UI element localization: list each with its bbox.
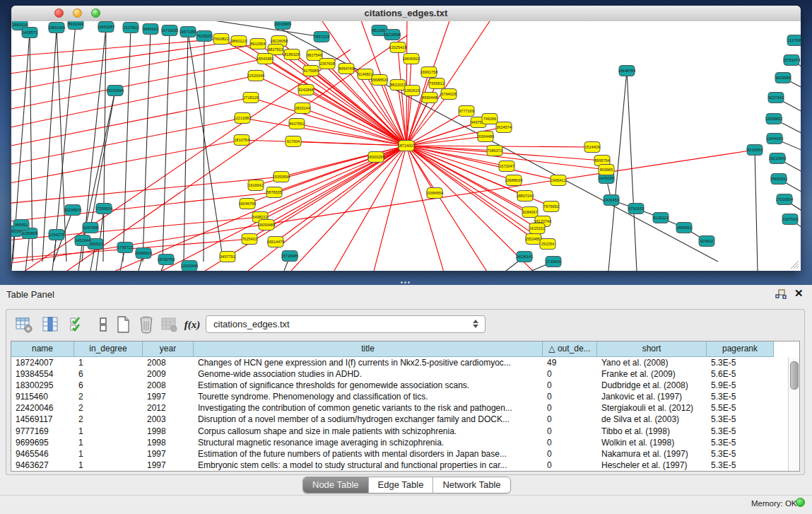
graph-node-7955812[interactable]: 7955812	[429, 78, 445, 89]
table-cell[interactable]: 5.3E-5	[707, 460, 774, 471]
graph-node-16543382[interactable]: 16543382	[257, 54, 273, 64]
table-cell[interactable]: Estimation of significance thresholds fo…	[194, 380, 543, 391]
column-header-short[interactable]: short	[597, 341, 707, 357]
table-cell[interactable]: 22420046	[11, 402, 74, 414]
tab-edge-table[interactable]: Edge Table	[369, 477, 434, 493]
table-cell[interactable]: 5.6E-5	[707, 368, 774, 380]
table-cell[interactable]: 0	[543, 437, 597, 448]
network-canvas[interactable]: 1883104140557220891406893104410653287152…	[11, 21, 801, 271]
table-settings-icon[interactable]	[15, 315, 33, 334]
column-header-title[interactable]: title	[194, 341, 543, 357]
table-cell[interactable]: 2008	[143, 380, 194, 391]
graph-node-12213383[interactable]: 12213383	[234, 113, 251, 124]
graph-node-8822037[interactable]: 8822037	[390, 80, 406, 90]
vertical-scrollbar[interactable]	[788, 357, 799, 471]
graph-node-9227343[interactable]: 9227343	[768, 93, 784, 103]
graph-node-6794028[interactable]: 6794028	[441, 89, 457, 100]
graph-node-16648784[interactable]: 16648784	[618, 66, 635, 76]
table-cell[interactable]: Wolkin et al. (1998)	[597, 437, 707, 448]
graph-node-1965412[interactable]: 1965412	[551, 175, 566, 186]
table-cell[interactable]: 9465546	[11, 448, 74, 460]
graph-node-1672047[interactable]: 1672047	[499, 161, 514, 172]
table-cell[interactable]: 1998	[143, 437, 194, 448]
graph-node-16961758[interactable]: 16961758	[420, 67, 437, 78]
panel-splitter-handle[interactable]	[401, 280, 411, 284]
graph-node-10653287[interactable]: 10653287	[98, 22, 114, 33]
graph-node-16782759[interactable]: 16782759	[158, 255, 175, 265]
table-cell[interactable]: 0	[543, 391, 597, 402]
table-cell[interactable]: Franke et al. (2009)	[597, 368, 707, 380]
table-cell[interactable]: 6	[74, 380, 143, 391]
table-cell[interactable]: Jankovic et al. (1997)	[597, 391, 707, 402]
scrollbar-thumb[interactable]	[790, 361, 799, 390]
graph-node-3624574[interactable]: 3624574	[496, 122, 512, 133]
graph-node-1294275[interactable]: 1294275	[49, 230, 64, 240]
table-cell[interactable]: 1997	[143, 391, 194, 402]
table-cell[interactable]: 5.3E-5	[707, 414, 774, 425]
column-header-out_de[interactable]: △ out_de...	[543, 341, 597, 357]
graph-node-1894551[interactable]: 1894551	[676, 223, 692, 233]
table-cell[interactable]: 5.3E-5	[707, 437, 774, 448]
table-cell[interactable]: 18300295	[11, 380, 74, 391]
graph-node-7615526[interactable]: 7615526	[196, 31, 212, 42]
table-cell[interactable]: 19384554	[11, 368, 74, 380]
table-cell[interactable]: 9699695	[11, 437, 74, 448]
resize-handle-icon[interactable]	[789, 259, 799, 269]
graph-node-8215953[interactable]: 8215953	[747, 145, 763, 156]
table-cell[interactable]: Genome-wide association studies in ADHD.	[194, 368, 543, 380]
graph-node-2367608[interactable]: 2367608	[319, 59, 335, 69]
table-type-tabs[interactable]: Node TableEdge TableNetwork Table	[302, 477, 511, 493]
table-row[interactable]: 977716911998Corpus callosum shape and si…	[11, 426, 799, 437]
graph-node-9329966[interactable]: 9329966	[775, 73, 791, 83]
table-cell[interactable]: 2009	[143, 368, 194, 380]
graph-node-1527602[interactable]: 1527602	[123, 23, 139, 33]
column-header-in_degree[interactable]: in_degree	[74, 341, 143, 357]
table-cell[interactable]: 5.3E-5	[707, 448, 774, 460]
network-window[interactable]: citations_edges.txt 18831041405572208914…	[11, 6, 801, 271]
graph-node-9777169[interactable]: 9777169	[459, 106, 474, 117]
graph-node-8427552[interactable]: 8427552	[289, 119, 305, 129]
graph-node-7975692[interactable]: 7975692	[543, 201, 559, 212]
table-cell[interactable]: Estimation of the future numbers of pati…	[194, 448, 543, 460]
graph-node-1795722[interactable]: 1795722	[117, 243, 133, 253]
graph-node-16093489[interactable]: 16093489	[258, 220, 275, 230]
table-cell[interactable]: Disruption of a novel member of a sodium…	[194, 414, 543, 425]
graph-node-1514409[interactable]: 1514409	[584, 142, 600, 153]
graph-node-12923446[interactable]: 12923446	[181, 261, 198, 271]
table-cell[interactable]: 9115460	[11, 391, 74, 402]
graph-node-1615152[interactable]: 1615152	[529, 223, 545, 234]
column-header-name[interactable]: name	[11, 341, 74, 357]
graph-node-1405572[interactable]: 1405572	[22, 28, 37, 38]
graph-node-1117699[interactable]: 1117699	[787, 35, 801, 46]
graph-node-8186328[interactable]: 8186328	[284, 49, 300, 60]
table-cell[interactable]: 0	[543, 380, 597, 391]
table-cell[interactable]: 0	[543, 426, 597, 437]
graph-node-16210643[interactable]: 16210643	[769, 153, 786, 164]
table-cell[interactable]: Yano et al. (2008)	[597, 357, 707, 368]
table-cell[interactable]: 0	[543, 368, 597, 380]
table-cell[interactable]: 0	[543, 414, 597, 425]
graph-node-19384554[interactable]: 19384554	[426, 188, 443, 199]
graph-node-9466161[interactable]: 9466161	[143, 24, 158, 35]
graph-node-15718485[interactable]: 15718485	[281, 251, 298, 262]
minimize-traffic-light[interactable]	[73, 8, 82, 18]
graph-node-9860123[interactable]: 9860123	[231, 36, 247, 47]
table-cell[interactable]: 2008	[143, 357, 194, 368]
table-cell[interactable]: Dudbridge et al. (2008)	[597, 380, 707, 391]
table-row[interactable]: 2242004622012Investigating the contribut…	[11, 402, 799, 414]
table-cell[interactable]: 2	[74, 414, 143, 425]
table-cell[interactable]: 2	[74, 402, 143, 414]
table-cell[interactable]: Corpus callosum shape and size in male p…	[194, 426, 543, 437]
table-cell[interactable]: 5.9E-5	[707, 380, 774, 391]
graph-node-20364486[interactable]: 20364486	[477, 132, 494, 142]
graph-node-16033809[interactable]: 16033809	[274, 21, 291, 30]
select-rows-icon[interactable]	[69, 315, 87, 334]
graph-node-2803144[interactable]: 2803144	[295, 103, 310, 114]
graph-node-13325419[interactable]: 13325419	[389, 42, 406, 53]
table-cell[interactable]: Investigating the contribution of common…	[194, 402, 543, 414]
table-cell[interactable]: Tibbo et al. (1998)	[597, 426, 707, 437]
column-header-pagerank[interactable]: pagerank	[707, 341, 774, 357]
graph-node-16914479[interactable]: 16914479	[267, 237, 284, 247]
table-cell[interactable]: 0	[543, 460, 597, 471]
graph-node-1362615[interactable]: 1362615	[404, 86, 420, 96]
